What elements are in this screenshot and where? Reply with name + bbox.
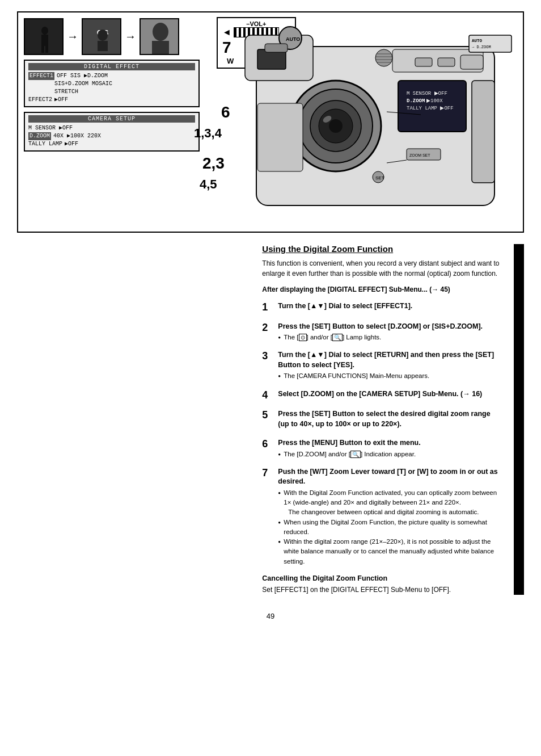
svg-rect-22	[438, 58, 455, 66]
side-bar	[514, 244, 524, 595]
shot-box-2: OIS	[82, 18, 121, 55]
menu-row-effect1: EFFECT1 OFF SIS ▶D.ZOOM	[28, 72, 195, 80]
svg-text:AUTO: AUTO	[286, 36, 300, 42]
step-3-num: 3	[262, 350, 273, 363]
arrow-right-1: →	[67, 30, 78, 43]
svg-point-7	[98, 30, 108, 41]
menu-screen-2: CAMERA SETUP M SENSOR ▶OFF D.ZOOM 40X ▶1…	[24, 112, 200, 152]
effect2-label: EFFECT2	[28, 96, 52, 104]
svg-text:D.ZOOM: D.ZOOM	[407, 98, 425, 104]
menu-screen-1: DIGITAL EFFECT EFFECT1 OFF SIS ▶D.ZOOM S…	[24, 60, 200, 107]
camera-shots: → OIS →	[24, 18, 200, 55]
menu-title-2: CAMERA SETUP	[28, 115, 195, 123]
step-item-3: 3 Turn the [▲▼] Dial to select [RETURN] …	[262, 350, 502, 381]
menu-row-effect1b: SIS+D.ZOOM MOSAIC	[28, 80, 195, 88]
svg-text:M SENSOR  ▶OFF: M SENSOR ▶OFF	[407, 91, 447, 96]
step-2-main: Press the [SET] Button to select [D.ZOOM…	[278, 322, 502, 332]
step-5-content: Press the [SET] Button to select the des…	[278, 409, 502, 430]
section-intro: This function is convenient, when you re…	[262, 258, 502, 279]
menu-row-effect2: EFFECT2 ▶OFF	[28, 96, 195, 104]
msensor-label: M SENSOR	[28, 124, 56, 132]
step-3-content: Turn the [▲▼] Dial to select [RETURN] an…	[278, 350, 502, 381]
msensor-val: ▶OFF	[59, 124, 73, 132]
svg-rect-24	[472, 81, 494, 183]
step-7-num: 7	[262, 467, 273, 480]
step-item-7: 7 Push the [W/T] Zoom Lever toward [T] o…	[262, 467, 502, 566]
step-4-content: Select [D.ZOOM] on the [CAMERA SETUP] Su…	[278, 389, 502, 401]
tally-label: TALLY LAMP	[28, 140, 62, 148]
step-item-4: 4 Select [D.ZOOM] on the [CAMERA SETUP] …	[262, 389, 502, 402]
svg-text:▶100X: ▶100X	[426, 98, 443, 104]
content-area: Using the Digital Zoom Function This fun…	[17, 244, 524, 595]
shot-box-1	[24, 18, 64, 55]
menu-row-effect1c: STRETCH	[28, 88, 195, 96]
step-3-bullet-1: The [CAMERA FUNCTIONS] Main-Menu appears…	[278, 371, 502, 381]
cancel-text: Set [EFFECT1] on the [DIGITAL EFFECT] Su…	[262, 585, 502, 595]
cancel-section: Cancelling the Digital Zoom Function Set…	[262, 574, 502, 595]
cancel-title: Cancelling the Digital Zoom Function	[262, 574, 502, 582]
after-display: After displaying the [DIGITAL EFFECT] Su…	[262, 285, 502, 293]
camera-svg: M SENSOR ▶OFF D.ZOOM ▶100X TALLY LAMP ▶O…	[211, 12, 517, 233]
svg-text:TALLY LAMP ▶OFF: TALLY LAMP ▶OFF	[407, 106, 454, 111]
step-1-num: 1	[262, 301, 273, 314]
diagram-area: → OIS →	[17, 11, 524, 233]
camera-body-area: M SENSOR ▶OFF D.ZOOM ▶100X TALLY LAMP ▶O…	[211, 12, 517, 233]
svg-rect-23	[460, 55, 483, 69]
step-5-main: Press the [SET] Button to select the des…	[278, 409, 502, 429]
step-7-bullet-2: When using the Digital Zoom Function, th…	[278, 518, 502, 537]
svg-text:ZOOM SET: ZOOM SET	[409, 153, 430, 157]
step-6-num: 6	[262, 438, 273, 451]
dzoom-label: D.ZOOM	[28, 132, 51, 140]
page: → OIS →	[0, 0, 541, 756]
step-7-main: Push the [W/T] Zoom Lever toward [T] or …	[278, 467, 502, 487]
effect1-val: OFF SIS ▶D.ZOOM	[57, 72, 108, 80]
dzoom-val: 40X ▶100X 220X	[53, 132, 101, 140]
menu-row-msensor: M SENSOR ▶OFF	[28, 124, 195, 132]
svg-rect-11	[152, 41, 169, 54]
steps-list: 1 Turn the [▲▼] Dial to select [EFFECT1]…	[262, 301, 502, 566]
arrow-right-2: →	[125, 30, 136, 43]
effect2-val: ▶OFF	[54, 96, 68, 104]
page-number: 49	[17, 612, 524, 620]
step-item-6: 6 Press the [MENU] Button to exit the me…	[262, 438, 502, 459]
step-7-bullet-3: Within the digital zoom range (21×–220×)…	[278, 537, 502, 566]
step-1-content: Turn the [▲▼] Dial to select [EFFECT1].	[278, 301, 502, 313]
svg-rect-41	[257, 103, 303, 171]
step-6-content: Press the [MENU] Button to exit the menu…	[278, 438, 502, 459]
left-panel: → OIS →	[24, 18, 200, 228]
step-item-5: 5 Press the [SET] Button to select the d…	[262, 409, 502, 430]
svg-text:AUTO: AUTO	[472, 39, 483, 43]
svg-rect-8	[98, 41, 108, 51]
svg-rect-4	[45, 46, 48, 53]
svg-rect-46	[469, 35, 512, 52]
step-7-sub-1: The changeover between optical and digit…	[278, 507, 502, 517]
effect1-val2: SIS+D.ZOOM MOSAIC	[54, 80, 112, 88]
instructions: Using the Digital Zoom Function This fun…	[256, 244, 502, 595]
step-5-num: 5	[262, 409, 273, 422]
step-1-main: Turn the [▲▼] Dial to select [EFFECT1].	[278, 301, 502, 312]
svg-point-18	[329, 119, 343, 133]
effect1-label: EFFECT1	[28, 72, 54, 80]
step-7-content: Push the [W/T] Zoom Lever toward [T] or …	[278, 467, 502, 566]
section-title: Using the Digital Zoom Function	[262, 244, 502, 254]
step-2-num: 2	[262, 322, 273, 334]
step-7-bullet-1: With the Digital Zoom Function activated…	[278, 488, 502, 508]
step-item-1: 1 Turn the [▲▼] Dial to select [EFFECT1]…	[262, 301, 502, 314]
svg-point-34	[375, 49, 392, 66]
step-2-content: Press the [SET] Button to select [D.ZOOM…	[278, 322, 502, 343]
step-4-main: Select [D.ZOOM] on the [CAMERA SETUP] Su…	[278, 389, 502, 400]
step-3-main: Turn the [▲▼] Dial to select [RETURN] an…	[278, 350, 502, 370]
left-spacer	[17, 244, 245, 595]
svg-rect-2	[41, 35, 48, 46]
svg-rect-3	[41, 46, 44, 53]
menu-title-1: DIGITAL EFFECT	[28, 63, 195, 70]
menu-row-dzoom: D.ZOOM 40X ▶100X 220X	[28, 132, 195, 140]
shot-box-3	[140, 18, 179, 55]
step-6-bullet-1: The [D.ZOOM] and/or [🔍] Indication appea…	[278, 450, 502, 459]
step-2-bullet-1: The [⊙] and/or [🔍] Lamp lights.	[278, 333, 502, 342]
tally-val: ▶OFF	[65, 140, 78, 148]
menu-row-tally: TALLY LAMP ▶OFF	[28, 140, 195, 148]
svg-text:SET: SET	[375, 175, 384, 180]
step-item-2: 2 Press the [SET] Button to select [D.ZO…	[262, 322, 502, 343]
step-6-main: Press the [MENU] Button to exit the menu…	[278, 438, 502, 448]
